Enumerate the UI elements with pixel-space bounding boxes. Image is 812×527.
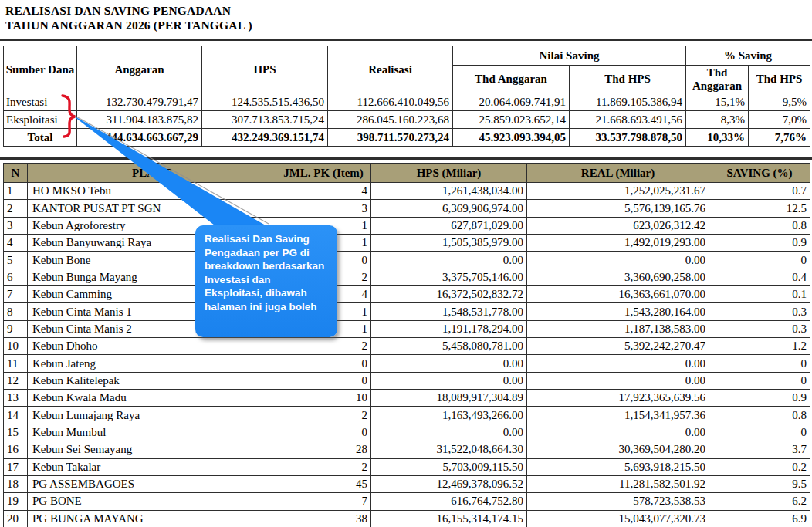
cell-total-anggaran: 444.634.663.667,29 [77, 129, 202, 147]
plant-row: 19 PG BONE 7 616,764,752.80 578,723,538.… [4, 493, 810, 510]
cell-real-miliar: 5,392,242,270.47 [527, 338, 709, 355]
cell-saving-pct: 9.5 [709, 475, 810, 492]
cell-saving-pct: 0.1 [709, 286, 810, 303]
cell-hps-miliar: 31,522,048,664.30 [371, 441, 527, 458]
header-nilai-saving: Nilai Saving [453, 46, 686, 66]
plant-row: 9 Kebun Cinta Manis 2 1 1,191,178,294.00… [4, 320, 810, 337]
cell-real-miliar: 17,923,365,639.56 [527, 390, 709, 407]
plant-row: 11 Kebun Jateng 0 0.00 0.00 0 [4, 355, 810, 372]
cell-n: 17 [4, 458, 28, 475]
cell-real-miliar: 578,723,538.53 [527, 493, 709, 510]
header-nilai-thd-hps: Thd HPS [570, 66, 686, 93]
cell-hps-miliar: 1,548,531,778.00 [371, 303, 527, 320]
cell-saving-pct: 0 [709, 355, 810, 372]
cell-plant: Kebun Kalitelepak [28, 372, 276, 389]
cell-anggaran: 311.904.183.875,82 [77, 111, 202, 129]
header-real-miliar: REAL (Miliar) [527, 164, 709, 183]
cell-saving-thd-hps: 21.668.693.491,56 [570, 111, 686, 129]
cell-real-miliar: 1,543,280,164.00 [527, 303, 709, 320]
cell-saving-pct: 0.2 [709, 458, 810, 475]
cell-pct-thd-anggaran: 8,3% [686, 111, 749, 129]
cell-n: 16 [4, 441, 28, 458]
report-title-line1: REALISASI DAN SAVING PENGADAAN [5, 4, 252, 19]
cell-jml-pk: 38 [276, 510, 371, 527]
cell-real-miliar: 1,154,341,957.36 [527, 407, 709, 424]
cell-jml-pk: 2 [276, 407, 371, 424]
header-jml-pk: JML. PK (Item) [276, 164, 371, 183]
plant-row: 18 PG ASSEMBAGOES 45 12,469,378,096.52 1… [4, 475, 810, 492]
cell-realisasi: 286.045.160.223,68 [328, 111, 453, 129]
plant-row: 10 Kebun Dhoho 2 5,458,080,781.00 5,392,… [4, 338, 810, 355]
cell-n: 6 [4, 269, 28, 285]
cell-saving-pct: 0.8 [709, 217, 810, 234]
cell-n: 4 [4, 235, 28, 252]
cell-jml-pk: 28 [276, 441, 371, 458]
cell-jml-pk: 0 [276, 372, 371, 389]
cell-n: 5 [4, 252, 28, 269]
cell-hps-miliar: 616,764,752.80 [371, 493, 527, 510]
cell-plant: Kebun Kwala Madu [28, 390, 276, 407]
cell-plant: HO MKSO Tebu [28, 183, 276, 200]
cell-total-pct-thd-anggaran: 10,33% [686, 129, 749, 147]
cell-hps-miliar: 1,261,438,034.00 [371, 183, 527, 200]
cell-saving-pct: 0.7 [709, 183, 810, 200]
header-pct-saving: % Saving [686, 46, 810, 66]
cell-real-miliar: 30,369,504,280.20 [527, 441, 709, 458]
cell-n: 13 [4, 390, 28, 407]
summary-row: Investasi 132.730.479.791,47 124.535.515… [4, 93, 810, 111]
header-anggaran: Anggaran [77, 46, 202, 93]
cell-hps-miliar: 6,369,906,974.00 [371, 200, 527, 217]
plant-row: 4 Kebun Banyuwangi Raya 1 1,505,385,979.… [4, 235, 810, 252]
callout-bubble: Realisasi Dan Saving Pengadaan per PG di… [195, 225, 337, 337]
cell-real-miliar: 0.00 [527, 424, 709, 441]
cell-saving-thd-anggaran: 20.064.069.741,91 [453, 93, 570, 111]
cell-n: 15 [4, 424, 28, 441]
cell-plant: Kebun Mumbul [28, 424, 276, 441]
cell-saving-pct: 0 [709, 372, 810, 389]
summary-row: Eksploitasi 311.904.183.875,82 307.713.8… [4, 111, 810, 129]
cell-jml-pk: 0 [276, 424, 371, 441]
plant-row: 16 Kebun Sei Semayang 28 31,522,048,664.… [4, 441, 810, 458]
cell-jml-pk: 0 [276, 355, 371, 372]
cell-n: 2 [4, 200, 28, 217]
cell-hps: 307.713.853.715,24 [202, 111, 328, 129]
cell-n: 14 [4, 407, 28, 424]
cell-total-label: Total [4, 129, 77, 147]
cell-hps-miliar: 16,155,314,174.15 [371, 510, 527, 527]
cell-real-miliar: 623,026,312.42 [527, 217, 709, 234]
cell-total-saving-thd-anggaran: 45.923.093.394,05 [453, 129, 570, 147]
plant-row: 13 Kebun Kwala Madu 10 18,089,917,304.89… [4, 390, 810, 407]
plant-table: N PLANT JML. PK (Item) HPS (Miliar) REAL… [3, 163, 810, 527]
plant-row: 8 Kebun Cinta Manis 1 1 1,548,531,778.00… [4, 303, 810, 320]
report-title-line2: TAHUN ANGGARAN 2026 (PER TANGGAL ) [5, 19, 252, 33]
plant-row: 2 KANTOR PUSAT PT SGN 3 6,369,906,974.00… [4, 200, 810, 217]
cell-hps-miliar: 12,469,378,096.52 [371, 475, 527, 492]
cell-hps-miliar: 0.00 [371, 372, 527, 389]
cell-jml-pk: 7 [276, 493, 371, 510]
cell-saving-pct: 0.9 [709, 235, 810, 252]
cell-hps-miliar: 5,703,009,115.50 [371, 458, 527, 475]
cell-jml-pk: 45 [276, 475, 371, 492]
cell-hps-miliar: 1,505,385,979.00 [371, 235, 527, 252]
cell-sumber-dana: Eksploitasi [4, 111, 77, 129]
plant-row: 6 Kebun Bunga Mayang 2 3,375,705,146.00 … [4, 269, 810, 285]
header-hps-miliar: HPS (Miliar) [371, 164, 527, 183]
cell-pct-thd-hps: 9,5% [749, 93, 810, 111]
plant-row: 12 Kebun Kalitelepak 0 0.00 0.00 0 [4, 372, 810, 389]
header-pct-thd-anggaran: Thd Anggaran [686, 66, 749, 93]
cell-saving-pct: 1.2 [709, 338, 810, 355]
cell-pct-thd-hps: 7,0% [749, 111, 810, 129]
plant-row: 7 Kebun Camming 4 16,372,502,832.72 16,3… [4, 286, 810, 303]
cell-saving-pct: 12.5 [709, 200, 810, 217]
cell-saving-pct: 0 [709, 424, 810, 441]
cell-total-pct-thd-hps: 7,76% [749, 129, 810, 147]
cell-saving-pct: 0 [709, 252, 810, 269]
cell-sumber-dana: Investasi [4, 93, 77, 111]
cell-plant: PG BONE [28, 493, 276, 510]
cell-jml-pk: 10 [276, 390, 371, 407]
cell-n: 3 [4, 217, 28, 234]
cell-hps-miliar: 3,375,705,146.00 [371, 269, 527, 285]
cell-plant: Kebun Lumajang Raya [28, 407, 276, 424]
cell-hps-miliar: 0.00 [371, 424, 527, 441]
cell-total-saving-thd-hps: 33.537.798.878,50 [570, 129, 686, 147]
